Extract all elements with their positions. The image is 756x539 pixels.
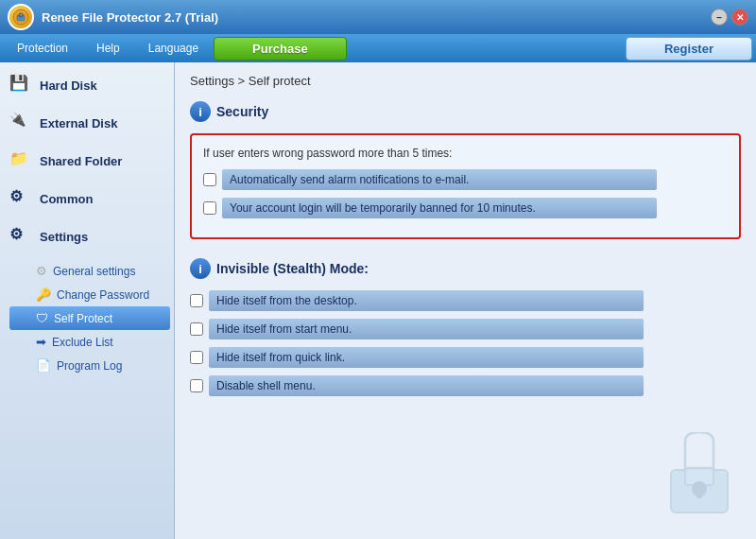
programlog-label: Program Log <box>57 359 122 373</box>
sharedfolder-label: Shared Folder <box>40 154 122 168</box>
stealth-checkbox-0[interactable] <box>190 294 203 307</box>
stealth-checkbox-row-2: Hide itself from quick link. <box>190 347 741 368</box>
sidebar-item-externaldisk[interactable]: External Disk <box>0 104 174 142</box>
main-container: Hard Disk External Disk Shared Folder Co… <box>0 62 756 539</box>
security-icon: i <box>190 101 211 122</box>
stealth-icon: i <box>190 258 211 279</box>
stealth-checkbox-1[interactable] <box>190 322 203 336</box>
stealth-label-0: Hide itself from the desktop. <box>209 290 644 311</box>
ban-label: Your account login will be temporarily b… <box>222 198 657 218</box>
sidebar-sub-excludelist[interactable]: ➡ Exclude List <box>9 330 174 354</box>
security-box: If user enters wrong password more than … <box>190 133 741 239</box>
stealth-label-2: Hide itself from quick link. <box>209 347 644 368</box>
app-icon <box>8 4 34 30</box>
sidebar-item-common[interactable]: Common <box>0 180 174 217</box>
stealth-checkbox-3[interactable] <box>190 379 203 392</box>
wrong-password-label: If user enters wrong password more than … <box>203 147 728 160</box>
protection-menu[interactable]: Protection <box>4 38 81 59</box>
sidebar-item-harddisk[interactable]: Hard Disk <box>0 66 174 104</box>
changepassword-label: Change Password <box>57 288 149 302</box>
app-title: Renee File Protector 2.7 (Trial) <box>42 10 711 25</box>
sidebar-group-main: Hard Disk External Disk Shared Folder Co… <box>0 62 174 259</box>
sidebar-item-settings[interactable]: Settings <box>0 217 174 255</box>
stealth-checkbox-row-1: Hide itself from start menu. <box>190 319 741 339</box>
svg-rect-6 <box>696 489 702 498</box>
stealth-checkbox-2[interactable] <box>190 351 203 364</box>
titlebar-buttons: – ✕ <box>711 9 748 26</box>
externaldisk-label: External Disk <box>40 116 117 130</box>
sidebar-sub-general[interactable]: General settings <box>9 259 174 283</box>
breadcrumb: Settings > Self protect <box>190 74 741 88</box>
help-menu[interactable]: Help <box>83 38 133 59</box>
harddisk-label: Hard Disk <box>40 78 97 93</box>
sidebar-sub-programlog[interactable]: 📄 Program Log <box>9 354 174 377</box>
selfprotect-label: Self Protect <box>54 312 112 325</box>
watermark <box>662 432 737 520</box>
harddisk-icon <box>9 74 32 96</box>
menubar: Protection Help Language Purchase Regist… <box>0 34 756 62</box>
common-label: Common <box>40 192 93 206</box>
security-section-header: i Security <box>190 101 741 122</box>
content-area: Settings > Self protect i Security If us… <box>175 62 756 539</box>
common-icon <box>9 187 32 210</box>
sidebar-sub-changepassword[interactable]: Change Password <box>9 283 174 306</box>
stealth-label-3: Disable shell menu. <box>209 375 644 396</box>
externaldisk-icon <box>9 112 32 134</box>
alarm-label: Automatically send alarm notifications t… <box>222 169 657 190</box>
stealth-title: Invisible (Stealth) Mode: <box>216 261 369 276</box>
checkbox-alarm[interactable] <box>203 173 216 186</box>
general-icon <box>36 264 47 278</box>
minimize-button[interactable]: – <box>711 9 728 26</box>
stealth-section: i Invisible (Stealth) Mode: Hide itself … <box>190 258 741 396</box>
general-label: General settings <box>53 265 135 278</box>
stealth-section-header: i Invisible (Stealth) Mode: <box>190 258 741 279</box>
security-title: Security <box>216 104 268 119</box>
excludelist-label: Exclude List <box>52 336 113 349</box>
settings-sub-menu: General settings Change Password 🛡 Self … <box>0 259 174 377</box>
language-menu[interactable]: Language <box>135 38 212 59</box>
register-button[interactable]: Register <box>626 37 752 61</box>
stealth-checkbox-row-0: Hide itself from the desktop. <box>190 290 741 311</box>
sidebar: Hard Disk External Disk Shared Folder Co… <box>0 62 175 539</box>
purchase-button[interactable]: Purchase <box>214 37 347 61</box>
stealth-checkbox-row-3: Disable shell menu. <box>190 375 741 396</box>
settings-label: Settings <box>40 230 88 244</box>
sidebar-item-sharedfolder[interactable]: Shared Folder <box>0 142 174 180</box>
password-icon <box>36 287 51 302</box>
programlog-icon: 📄 <box>36 358 51 373</box>
sidebar-sub-selfprotect[interactable]: 🛡 Self Protect <box>9 306 170 330</box>
sharedfolder-icon <box>9 149 32 172</box>
checkbox-row-1: Automatically send alarm notifications t… <box>203 169 728 190</box>
svg-rect-1 <box>17 15 25 21</box>
excludelist-icon: ➡ <box>36 335 46 349</box>
selfprotect-icon: 🛡 <box>36 311 48 325</box>
stealth-options: Hide itself from the desktop.Hide itself… <box>190 290 741 396</box>
close-button[interactable]: ✕ <box>731 9 748 26</box>
settings-icon <box>9 225 32 248</box>
titlebar: Renee File Protector 2.7 (Trial) – ✕ <box>0 0 756 34</box>
stealth-label-1: Hide itself from start menu. <box>209 319 644 339</box>
checkbox-row-2: Your account login will be temporarily b… <box>203 198 728 218</box>
checkbox-ban[interactable] <box>203 201 216 215</box>
